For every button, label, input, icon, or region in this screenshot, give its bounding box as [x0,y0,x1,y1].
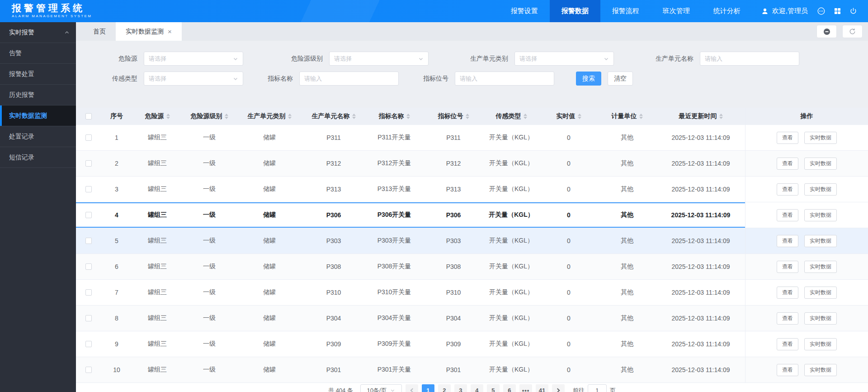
cell-index: 2 [101,160,132,167]
select-all-checkbox[interactable] [85,113,92,120]
sidebar-item[interactable]: 实时数据监测 [0,105,76,126]
column-header[interactable]: 计量单位 [598,112,656,120]
unit-name-input[interactable] [705,55,794,62]
sidebar-item[interactable]: 告警 [0,43,76,64]
sensor-type-select[interactable]: 请选择 [144,72,243,86]
sort-icon[interactable] [166,114,170,119]
row-checkbox[interactable] [85,160,92,167]
row-checkbox[interactable] [85,238,92,244]
sidebar-item[interactable]: 处置记录 [0,126,76,147]
row-checkbox[interactable] [85,212,92,218]
realtime-data-button[interactable]: 实时数据 [804,132,837,144]
sort-icon[interactable] [578,114,581,119]
column-header[interactable]: 生产单元名称 [303,112,364,120]
column-header[interactable]: 生产单元类别 [236,112,303,120]
sort-icon[interactable] [639,114,643,119]
view-button[interactable]: 查看 [777,364,798,376]
view-button[interactable]: 查看 [777,132,798,144]
apps-grid-icon[interactable] [834,8,841,14]
row-checkbox[interactable] [85,263,92,270]
cell-index: 10 [101,366,132,373]
realtime-data-button[interactable]: 实时数据 [804,338,837,350]
hazard-source-select[interactable]: 请选择 [144,52,243,66]
top-nav-item[interactable]: 报警数据 [550,0,600,22]
column-header[interactable]: 实时值 [540,112,598,120]
page-number-button[interactable]: 4 [471,384,483,392]
tab-realtime-data-monitor[interactable]: 实时数据监测 × [116,22,182,41]
view-button[interactable]: 查看 [777,287,798,299]
realtime-data-button[interactable]: 实时数据 [804,312,837,325]
refresh-button[interactable] [842,25,863,38]
sort-icon[interactable] [719,114,723,119]
sidebar-item[interactable]: 报警处置 [0,64,76,85]
column-header[interactable]: 最近更新时间 [656,112,745,120]
realtime-data-button[interactable]: 实时数据 [804,261,837,273]
view-button[interactable]: 查看 [777,312,798,325]
cell-indicator-name: P303开关量 [364,237,424,245]
column-header[interactable]: 危险源级别 [183,112,236,120]
top-nav-item[interactable]: 报警设置 [499,0,550,22]
search-button[interactable]: 搜索 [576,72,601,86]
page-number-button[interactable]: 41 [536,384,548,392]
realtime-data-button[interactable]: 实时数据 [804,158,837,170]
row-checkbox[interactable] [85,134,92,141]
cell-realtime-value: 0 [540,315,598,322]
column-header[interactable]: 指标位号 [424,112,483,120]
page-number-button[interactable]: 6 [503,384,516,392]
sidebar-item[interactable]: 历史报警 [0,85,76,105]
sidebar-item[interactable]: 短信记录 [0,147,76,168]
sidebar-item[interactable]: 实时报警 [0,22,76,43]
top-nav-item[interactable]: 班次管理 [651,0,702,22]
sort-icon[interactable] [225,114,228,119]
view-button[interactable]: 查看 [777,261,798,273]
collapse-tabs-button[interactable] [816,25,837,38]
view-button[interactable]: 查看 [777,338,798,350]
row-checkbox[interactable] [85,315,92,321]
column-header[interactable]: 指标名称 [364,112,424,120]
view-button[interactable]: 查看 [777,235,798,247]
view-button[interactable]: 查看 [777,183,798,196]
power-icon[interactable] [849,7,857,15]
close-icon[interactable]: × [168,28,172,35]
page-number-button[interactable]: 3 [454,384,467,392]
column-header[interactable]: 危险源 [132,112,183,120]
clear-button[interactable]: 清空 [608,72,633,86]
view-button[interactable]: 查看 [777,209,798,221]
top-nav-item[interactable]: 统计分析 [702,0,752,22]
top-nav-item[interactable]: 报警流程 [600,0,651,22]
realtime-data-button[interactable]: 实时数据 [804,364,837,376]
next-page-button[interactable] [552,384,565,392]
realtime-data-button[interactable]: 实时数据 [804,235,837,247]
sort-icon[interactable] [466,114,469,119]
sort-icon[interactable] [288,114,292,119]
column-header[interactable]: 传感类型 [483,112,540,120]
cell-unit-name: P303 [303,237,364,244]
cell-index: 6 [101,263,132,270]
row-checkbox[interactable] [85,289,92,296]
realtime-data-button[interactable]: 实时数据 [804,209,837,221]
page-size-select[interactable]: 10条/页 [360,384,402,392]
page-number-button[interactable]: 1 [422,384,434,392]
page-number-button[interactable]: 2 [438,384,451,392]
indicator-tag-input[interactable] [460,75,549,82]
unit-type-select[interactable]: 请选择 [514,52,614,66]
hazard-level-select[interactable]: 请选择 [329,52,429,66]
tab-home[interactable]: 首页 [83,22,116,41]
realtime-data-button[interactable]: 实时数据 [804,183,837,196]
page-number-button[interactable]: ••• [519,384,532,392]
row-checkbox[interactable] [85,186,92,192]
row-checkbox[interactable] [85,341,92,347]
sort-icon[interactable] [406,114,410,119]
user-menu[interactable]: 欢迎,管理员 [752,0,817,22]
cell-index: 4 [101,211,132,219]
sort-icon[interactable] [524,114,527,119]
page-number-button[interactable]: 5 [487,384,500,392]
row-checkbox[interactable] [85,367,92,373]
sort-icon[interactable] [352,114,356,119]
indicator-name-input[interactable] [304,75,394,82]
message-icon[interactable] [817,7,826,15]
view-button[interactable]: 查看 [777,158,798,170]
realtime-data-button[interactable]: 实时数据 [804,287,837,299]
prev-page-button[interactable] [406,384,418,392]
goto-page-input[interactable] [588,384,607,392]
